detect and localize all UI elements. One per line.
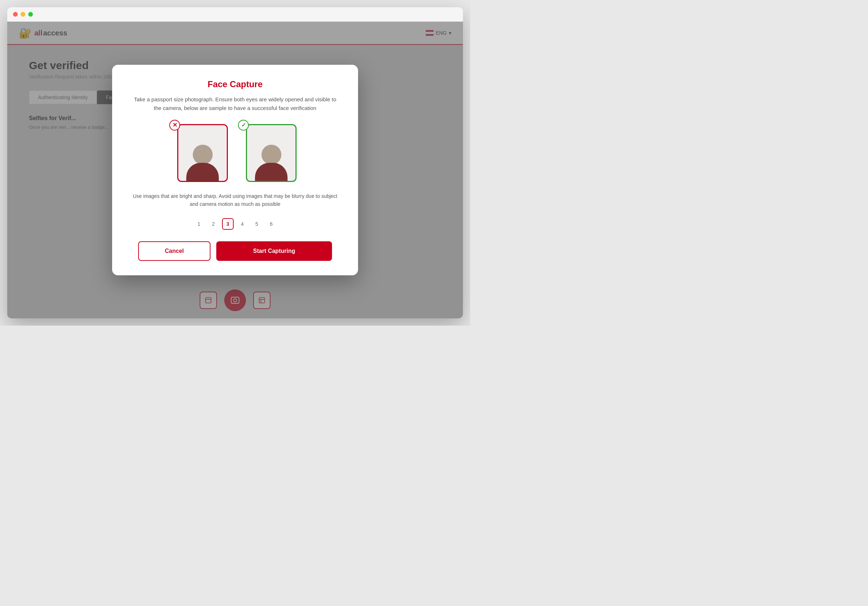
modal-buttons: Cancel Start Capturing	[130, 241, 340, 261]
title-bar	[7, 7, 463, 22]
good-example-container: ✓	[242, 124, 296, 182]
page-2[interactable]: 2	[208, 218, 219, 230]
bad-example-image	[177, 124, 228, 182]
maximize-button[interactable]	[28, 12, 33, 17]
page-3-active[interactable]: 3	[222, 218, 234, 230]
sample-images: ✕ ✓	[130, 124, 340, 182]
modal-description: Take a passport size photograph. Ensure …	[130, 95, 340, 112]
start-capturing-button[interactable]: Start Capturing	[216, 241, 332, 261]
person-head-bad	[193, 145, 213, 165]
bad-example-badge: ✕	[169, 120, 180, 131]
traffic-lights	[13, 12, 33, 17]
good-face-placeholder	[247, 125, 296, 181]
bad-example-container: ✕	[174, 124, 228, 182]
person-body-bad	[186, 163, 219, 181]
pagination: 1 2 3 4 5 6	[130, 218, 340, 230]
page-1[interactable]: 1	[193, 218, 205, 230]
person-head-good	[262, 145, 281, 165]
app-container: 🔐 all access ENG ▾ Get verified Verifica…	[7, 22, 463, 319]
modal-overlay: Face Capture Take a passport size photog…	[7, 22, 463, 319]
page-4[interactable]: 4	[237, 218, 248, 230]
good-example-badge: ✓	[238, 120, 249, 131]
modal-title: Face Capture	[130, 79, 340, 89]
cancel-button[interactable]: Cancel	[138, 241, 211, 261]
page-5[interactable]: 5	[251, 218, 263, 230]
person-body-good	[255, 163, 288, 181]
close-button[interactable]	[13, 12, 18, 17]
good-example-image	[246, 124, 296, 182]
page-6[interactable]: 6	[265, 218, 277, 230]
bad-face-placeholder	[178, 125, 227, 181]
face-capture-modal: Face Capture Take a passport size photog…	[112, 65, 358, 276]
image-caption: Use images that are bright and sharp. Av…	[130, 192, 340, 208]
minimize-button[interactable]	[21, 12, 25, 17]
